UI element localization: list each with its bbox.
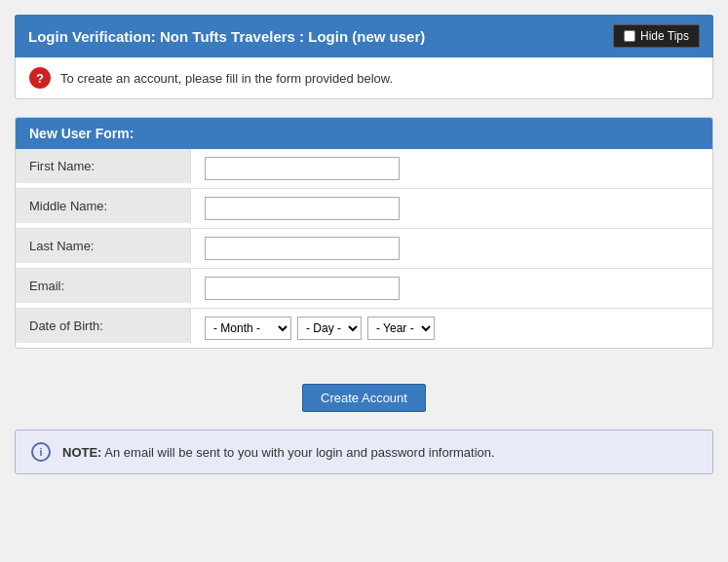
email-row: Email:: [16, 269, 712, 309]
first-name-label: First Name:: [16, 149, 191, 183]
note-text: NOTE: An email will be sent to you with …: [62, 445, 495, 460]
first-name-field: [191, 149, 712, 188]
create-account-button[interactable]: Create Account: [302, 384, 426, 412]
note-icon: i: [31, 442, 51, 462]
note-content: An email will be sent to you with your l…: [104, 445, 494, 460]
hide-tips-button[interactable]: Hide Tips: [613, 24, 700, 48]
first-name-input[interactable]: [205, 157, 400, 180]
middle-name-input[interactable]: [205, 197, 400, 220]
email-input[interactable]: [205, 277, 400, 300]
page-title: Login Verification: Non Tufts Travelers …: [28, 28, 425, 45]
tip-text: To create an account, please fill in the…: [60, 71, 393, 86]
email-field: [191, 269, 712, 308]
hide-tips-checkbox[interactable]: [624, 30, 635, 42]
middle-name-row: Middle Name:: [16, 189, 712, 229]
new-user-form: New User Form: First Name: Middle Name: …: [15, 117, 713, 349]
dob-selects: - Month - January February March April M…: [205, 317, 699, 340]
middle-name-field: [191, 189, 712, 228]
header-bar: Login Verification: Non Tufts Travelers …: [15, 15, 713, 57]
first-name-row: First Name:: [16, 149, 712, 189]
last-name-label: Last Name:: [16, 229, 191, 263]
button-row: Create Account: [15, 368, 713, 420]
last-name-field: [191, 229, 712, 268]
email-label: Email:: [16, 269, 191, 303]
form-header: New User Form:: [16, 118, 712, 149]
note-label: NOTE:: [62, 445, 101, 460]
last-name-input[interactable]: [205, 237, 400, 260]
last-name-row: Last Name:: [16, 229, 712, 269]
hide-tips-label: Hide Tips: [640, 29, 689, 43]
month-select[interactable]: - Month - January February March April M…: [205, 317, 291, 340]
middle-name-label: Middle Name:: [16, 189, 191, 223]
year-select[interactable]: - Year -: [367, 317, 435, 340]
tip-box: ? To create an account, please fill in t…: [15, 57, 713, 99]
dob-label: Date of Birth:: [16, 309, 191, 343]
day-select[interactable]: - Day - 1234 5678 9101112 13141516 17181…: [297, 317, 362, 340]
note-box: i NOTE: An email will be sent to you wit…: [15, 430, 713, 474]
info-icon: ?: [29, 67, 51, 89]
dob-field: - Month - January February March April M…: [191, 309, 712, 348]
dob-row: Date of Birth: - Month - January Februar…: [16, 309, 712, 348]
